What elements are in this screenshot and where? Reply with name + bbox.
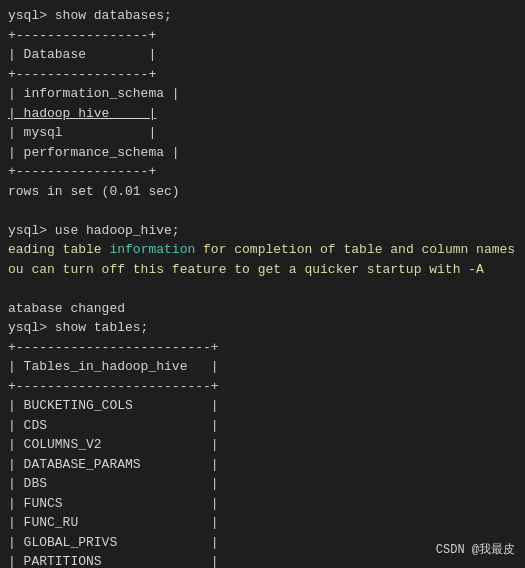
terminal-line: atabase changed	[8, 299, 517, 319]
table-row: | CDS |	[8, 416, 517, 436]
terminal-line: +-----------------+	[8, 65, 517, 85]
terminal-line: ysql> use hadoop_hive;	[8, 221, 517, 241]
terminal-line: | performance_schema |	[8, 143, 517, 163]
separator: +-----------------+	[8, 67, 156, 82]
prompt: ysql> use hadoop_hive;	[8, 223, 180, 238]
separator: +-----------------+	[8, 28, 156, 43]
terminal-line: +-----------------+	[8, 162, 517, 182]
terminal-line: eading table information for completion …	[8, 240, 517, 260]
table-row: | performance_schema |	[8, 145, 180, 160]
column-header: | Database |	[8, 47, 156, 62]
terminal-line: | Database |	[8, 45, 517, 65]
terminal-line: | information_schema |	[8, 84, 517, 104]
terminal-line: rows in set (0.01 sec)	[8, 182, 517, 202]
terminal-line: ou can turn off this feature to get a qu…	[8, 260, 517, 280]
terminal-line: +-------------------------+	[8, 377, 517, 397]
separator: +-----------------+	[8, 164, 156, 179]
terminal-line: ysql> show databases;	[8, 6, 517, 26]
separator: +-------------------------+	[8, 379, 219, 394]
terminal-line	[8, 279, 517, 299]
terminal-line: | Tables_in_hadoop_hive |	[8, 357, 517, 377]
separator: +-------------------------+	[8, 340, 219, 355]
terminal-line	[8, 201, 517, 221]
terminal: ysql> show databases; +-----------------…	[0, 0, 525, 568]
terminal-line: | hadoop_hive |	[8, 104, 517, 124]
watermark: CSDN @我最皮	[436, 541, 515, 558]
table-row: | information_schema |	[8, 86, 180, 101]
prompt: ysql> show tables;	[8, 320, 148, 335]
prompt: ysql> show databases;	[8, 8, 172, 23]
table-row: | FUNC_RU |	[8, 513, 517, 533]
warning-text: ou can turn off this feature to get a qu…	[8, 262, 484, 277]
status-text: atabase changed	[8, 301, 125, 316]
table-row: | DBS |	[8, 474, 517, 494]
terminal-line: | mysql |	[8, 123, 517, 143]
table-row: | FUNCS |	[8, 494, 517, 514]
terminal-line: ysql> show tables;	[8, 318, 517, 338]
table-row: | hadoop_hive |	[8, 106, 156, 121]
table-row: | DATABASE_PARAMS |	[8, 455, 517, 475]
table-row: | mysql |	[8, 125, 156, 140]
column-header: | Tables_in_hadoop_hive |	[8, 359, 219, 374]
terminal-line: +-------------------------+	[8, 338, 517, 358]
terminal-line: +-----------------+	[8, 26, 517, 46]
warning-text: eading table information for completion …	[8, 242, 515, 257]
table-row: | COLUMNS_V2 |	[8, 435, 517, 455]
result-info: rows in set (0.01 sec)	[8, 184, 180, 199]
table-row: | BUCKETING_COLS |	[8, 396, 517, 416]
